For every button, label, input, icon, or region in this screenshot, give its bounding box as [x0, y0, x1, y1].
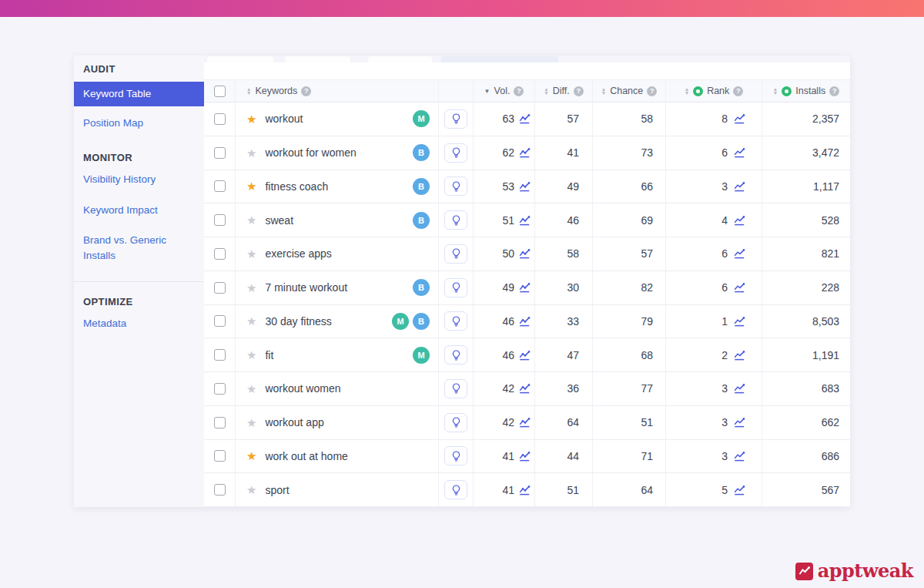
vol-chart-icon[interactable] — [519, 417, 531, 428]
row-checkbox[interactable] — [214, 113, 226, 125]
row-checkbox[interactable] — [214, 180, 226, 192]
vol-chart-icon[interactable] — [519, 181, 531, 192]
favorite-star-icon[interactable]: ★ — [246, 147, 256, 159]
keyword-label: workout — [265, 113, 303, 125]
favorite-star-icon[interactable]: ★ — [246, 180, 256, 192]
column-header-rank[interactable]: Rank — [707, 86, 729, 96]
favorite-star-icon[interactable]: ★ — [246, 417, 256, 428]
rank-chart-icon[interactable] — [734, 417, 745, 428]
vol-chart-icon[interactable] — [519, 316, 531, 327]
column-header-chance[interactable]: Chance — [610, 86, 643, 96]
sidebar-item-metadata[interactable]: Metadata — [74, 314, 204, 333]
row-checkbox[interactable] — [214, 484, 226, 496]
app-badge-m: M — [413, 110, 430, 127]
vol-chart-icon[interactable] — [519, 147, 531, 158]
favorite-star-icon[interactable]: ★ — [246, 383, 256, 395]
sort-icon[interactable]: ▲▼ — [246, 87, 251, 95]
suggestion-lightbulb-button[interactable] — [444, 143, 467, 163]
suggestion-lightbulb-button[interactable] — [444, 278, 467, 297]
chance-value: 51 — [641, 416, 653, 428]
apptweak-logo: apptweak — [795, 562, 913, 580]
help-icon[interactable]: ? — [574, 86, 584, 96]
rank-chart-icon[interactable] — [734, 316, 745, 327]
favorite-star-icon[interactable]: ★ — [246, 248, 256, 260]
help-icon[interactable]: ? — [647, 86, 657, 96]
vol-chart-icon[interactable] — [519, 113, 531, 124]
favorite-star-icon[interactable]: ★ — [246, 484, 256, 496]
suggestion-lightbulb-button[interactable] — [444, 109, 467, 129]
row-checkbox[interactable] — [214, 315, 226, 327]
sort-icon[interactable]: ▲▼ — [601, 87, 606, 95]
sidebar-item-keyword-impact[interactable]: Keyword Impact — [74, 201, 204, 220]
sidebar-item-keyword-table[interactable]: Keyword Table — [74, 82, 204, 106]
rank-chart-icon[interactable] — [734, 350, 745, 361]
vol-chart-icon[interactable] — [519, 215, 531, 226]
sidebar-item-visibility-history[interactable]: Visibility History — [74, 170, 204, 189]
favorite-star-icon[interactable]: ★ — [246, 349, 256, 361]
sidebar-section-title: MONITOR — [83, 152, 195, 163]
row-checkbox[interactable] — [214, 450, 226, 462]
rank-chart-icon[interactable] — [734, 485, 745, 496]
vol-value: 62 — [502, 146, 514, 159]
column-header-installs[interactable]: Installs — [795, 86, 825, 96]
sidebar-item-position-map[interactable]: Position Map — [74, 114, 204, 133]
suggestion-lightbulb-button[interactable] — [444, 210, 467, 230]
suggestion-lightbulb-button[interactable] — [444, 379, 467, 398]
diff-value: 30 — [567, 281, 579, 294]
help-icon[interactable]: ? — [301, 86, 311, 96]
rank-chart-icon[interactable] — [734, 113, 745, 124]
row-checkbox[interactable] — [214, 248, 226, 260]
rank-chart-icon[interactable] — [734, 147, 745, 158]
favorite-star-icon[interactable]: ★ — [246, 315, 256, 327]
help-icon[interactable]: ? — [514, 86, 524, 96]
vol-chart-icon[interactable] — [519, 485, 531, 496]
rank-chart-icon[interactable] — [734, 215, 745, 226]
vol-chart-icon[interactable] — [519, 248, 531, 259]
row-checkbox[interactable] — [214, 383, 226, 395]
vol-chart-icon[interactable] — [519, 282, 531, 293]
row-checkbox[interactable] — [214, 417, 226, 428]
sort-icon[interactable]: ▲▼ — [544, 87, 548, 95]
suggestion-lightbulb-button[interactable] — [444, 446, 467, 465]
keyword-label: exercise apps — [265, 247, 331, 260]
favorite-star-icon[interactable]: ★ — [246, 282, 256, 294]
row-checkbox[interactable] — [214, 282, 226, 294]
vol-chart-icon[interactable] — [519, 350, 531, 361]
apptweak-logo-text: apptweak — [818, 562, 913, 580]
chance-value: 71 — [641, 450, 653, 462]
suggestion-lightbulb-button[interactable] — [444, 311, 467, 331]
favorite-star-icon[interactable]: ★ — [246, 450, 256, 462]
suggestion-lightbulb-button[interactable] — [444, 244, 467, 264]
vol-chart-icon[interactable] — [519, 451, 531, 462]
sidebar-section-title: OPTIMIZE — [83, 296, 195, 307]
row-checkbox[interactable] — [214, 349, 226, 361]
column-header-vol[interactable]: Vol. — [494, 86, 511, 96]
diff-value: 58 — [567, 247, 579, 260]
rank-chart-icon[interactable] — [734, 451, 745, 462]
sort-desc-icon[interactable]: ▼ — [484, 88, 490, 95]
favorite-star-icon[interactable]: ★ — [246, 214, 256, 226]
suggestion-lightbulb-button[interactable] — [444, 480, 467, 499]
favorite-star-icon[interactable]: ★ — [246, 113, 256, 125]
suggestion-lightbulb-button[interactable] — [444, 413, 467, 432]
suggestion-lightbulb-button[interactable] — [444, 176, 467, 196]
row-checkbox[interactable] — [214, 147, 226, 159]
select-all-checkbox[interactable] — [214, 86, 226, 97]
rank-chart-icon[interactable] — [734, 248, 745, 259]
vol-chart-icon[interactable] — [519, 383, 531, 394]
row-checkbox[interactable] — [214, 214, 226, 226]
table-header-row: ▲▼ Keywords ? ▼ Vol. ? ▲▼ Diff. ? ▲▼ Cha… — [204, 79, 850, 102]
rank-chart-icon[interactable] — [734, 181, 745, 192]
column-header-keywords[interactable]: Keywords — [255, 86, 297, 96]
sidebar-item-brand-vs-generic[interactable]: Brand vs. Generic Installs — [74, 231, 189, 264]
help-icon[interactable]: ? — [829, 86, 839, 96]
rank-chart-icon[interactable] — [734, 383, 745, 394]
column-header-diff[interactable]: Diff. — [553, 86, 570, 96]
diff-value: 51 — [567, 484, 579, 496]
help-icon[interactable]: ? — [733, 86, 743, 96]
suggestion-lightbulb-button[interactable] — [444, 345, 467, 365]
sort-icon[interactable]: ▲▼ — [773, 87, 778, 95]
vol-value: 53 — [502, 180, 514, 193]
sort-icon[interactable]: ▲▼ — [685, 87, 689, 95]
rank-chart-icon[interactable] — [734, 282, 745, 293]
